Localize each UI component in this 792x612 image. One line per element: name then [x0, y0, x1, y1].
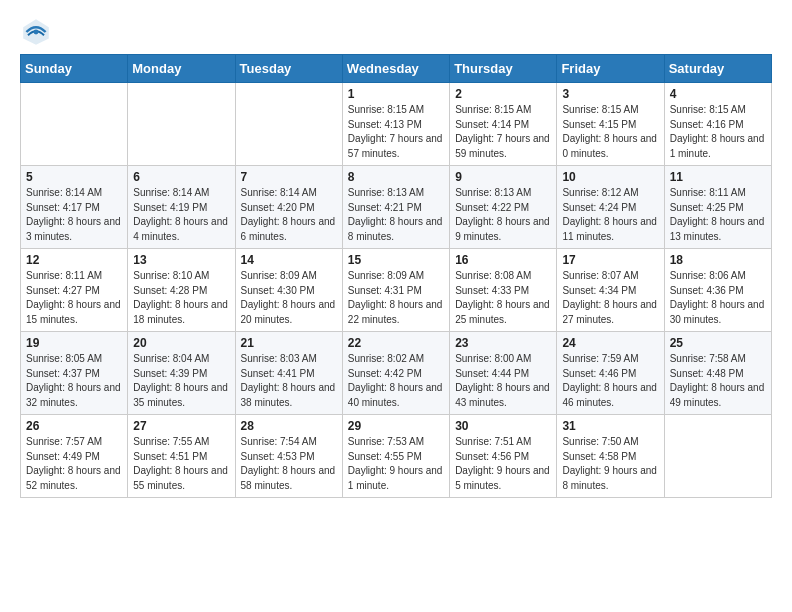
day-cell: 3Sunrise: 8:15 AM Sunset: 4:15 PM Daylig…	[557, 83, 664, 166]
day-info: Sunrise: 7:54 AM Sunset: 4:53 PM Dayligh…	[241, 435, 337, 493]
day-number: 30	[455, 419, 551, 433]
day-number: 9	[455, 170, 551, 184]
day-cell: 30Sunrise: 7:51 AM Sunset: 4:56 PM Dayli…	[450, 415, 557, 498]
logo-icon	[20, 16, 52, 48]
weekday-sunday: Sunday	[21, 55, 128, 83]
day-number: 8	[348, 170, 444, 184]
day-cell: 20Sunrise: 8:04 AM Sunset: 4:39 PM Dayli…	[128, 332, 235, 415]
week-row-1: 1Sunrise: 8:15 AM Sunset: 4:13 PM Daylig…	[21, 83, 772, 166]
weekday-thursday: Thursday	[450, 55, 557, 83]
day-cell: 16Sunrise: 8:08 AM Sunset: 4:33 PM Dayli…	[450, 249, 557, 332]
day-number: 5	[26, 170, 122, 184]
day-info: Sunrise: 8:12 AM Sunset: 4:24 PM Dayligh…	[562, 186, 658, 244]
day-info: Sunrise: 8:00 AM Sunset: 4:44 PM Dayligh…	[455, 352, 551, 410]
day-cell: 13Sunrise: 8:10 AM Sunset: 4:28 PM Dayli…	[128, 249, 235, 332]
day-number: 3	[562, 87, 658, 101]
day-cell: 17Sunrise: 8:07 AM Sunset: 4:34 PM Dayli…	[557, 249, 664, 332]
day-cell: 15Sunrise: 8:09 AM Sunset: 4:31 PM Dayli…	[342, 249, 449, 332]
day-info: Sunrise: 7:50 AM Sunset: 4:58 PM Dayligh…	[562, 435, 658, 493]
day-number: 12	[26, 253, 122, 267]
day-info: Sunrise: 8:15 AM Sunset: 4:13 PM Dayligh…	[348, 103, 444, 161]
day-number: 6	[133, 170, 229, 184]
day-info: Sunrise: 8:15 AM Sunset: 4:16 PM Dayligh…	[670, 103, 766, 161]
day-cell: 7Sunrise: 8:14 AM Sunset: 4:20 PM Daylig…	[235, 166, 342, 249]
day-number: 23	[455, 336, 551, 350]
day-cell	[21, 83, 128, 166]
header	[20, 16, 772, 48]
calendar-table: SundayMondayTuesdayWednesdayThursdayFrid…	[20, 54, 772, 498]
weekday-wednesday: Wednesday	[342, 55, 449, 83]
day-info: Sunrise: 8:02 AM Sunset: 4:42 PM Dayligh…	[348, 352, 444, 410]
day-info: Sunrise: 8:08 AM Sunset: 4:33 PM Dayligh…	[455, 269, 551, 327]
day-info: Sunrise: 8:14 AM Sunset: 4:19 PM Dayligh…	[133, 186, 229, 244]
weekday-friday: Friday	[557, 55, 664, 83]
day-info: Sunrise: 7:58 AM Sunset: 4:48 PM Dayligh…	[670, 352, 766, 410]
week-row-5: 26Sunrise: 7:57 AM Sunset: 4:49 PM Dayli…	[21, 415, 772, 498]
day-info: Sunrise: 7:57 AM Sunset: 4:49 PM Dayligh…	[26, 435, 122, 493]
week-row-2: 5Sunrise: 8:14 AM Sunset: 4:17 PM Daylig…	[21, 166, 772, 249]
day-info: Sunrise: 8:03 AM Sunset: 4:41 PM Dayligh…	[241, 352, 337, 410]
day-info: Sunrise: 8:05 AM Sunset: 4:37 PM Dayligh…	[26, 352, 122, 410]
day-number: 7	[241, 170, 337, 184]
day-info: Sunrise: 7:51 AM Sunset: 4:56 PM Dayligh…	[455, 435, 551, 493]
day-number: 4	[670, 87, 766, 101]
day-info: Sunrise: 8:15 AM Sunset: 4:14 PM Dayligh…	[455, 103, 551, 161]
day-info: Sunrise: 8:14 AM Sunset: 4:20 PM Dayligh…	[241, 186, 337, 244]
day-info: Sunrise: 7:53 AM Sunset: 4:55 PM Dayligh…	[348, 435, 444, 493]
day-cell: 11Sunrise: 8:11 AM Sunset: 4:25 PM Dayli…	[664, 166, 771, 249]
day-number: 24	[562, 336, 658, 350]
svg-point-1	[34, 30, 39, 35]
day-cell: 14Sunrise: 8:09 AM Sunset: 4:30 PM Dayli…	[235, 249, 342, 332]
day-number: 14	[241, 253, 337, 267]
day-cell: 18Sunrise: 8:06 AM Sunset: 4:36 PM Dayli…	[664, 249, 771, 332]
day-number: 10	[562, 170, 658, 184]
week-row-4: 19Sunrise: 8:05 AM Sunset: 4:37 PM Dayli…	[21, 332, 772, 415]
day-number: 18	[670, 253, 766, 267]
day-info: Sunrise: 8:09 AM Sunset: 4:31 PM Dayligh…	[348, 269, 444, 327]
day-info: Sunrise: 7:55 AM Sunset: 4:51 PM Dayligh…	[133, 435, 229, 493]
day-cell: 25Sunrise: 7:58 AM Sunset: 4:48 PM Dayli…	[664, 332, 771, 415]
day-info: Sunrise: 8:13 AM Sunset: 4:21 PM Dayligh…	[348, 186, 444, 244]
day-cell	[128, 83, 235, 166]
day-number: 29	[348, 419, 444, 433]
weekday-tuesday: Tuesday	[235, 55, 342, 83]
day-number: 19	[26, 336, 122, 350]
day-info: Sunrise: 8:06 AM Sunset: 4:36 PM Dayligh…	[670, 269, 766, 327]
day-number: 15	[348, 253, 444, 267]
day-number: 25	[670, 336, 766, 350]
day-cell: 5Sunrise: 8:14 AM Sunset: 4:17 PM Daylig…	[21, 166, 128, 249]
day-info: Sunrise: 8:11 AM Sunset: 4:25 PM Dayligh…	[670, 186, 766, 244]
day-cell: 28Sunrise: 7:54 AM Sunset: 4:53 PM Dayli…	[235, 415, 342, 498]
day-number: 22	[348, 336, 444, 350]
day-cell: 24Sunrise: 7:59 AM Sunset: 4:46 PM Dayli…	[557, 332, 664, 415]
day-number: 21	[241, 336, 337, 350]
day-number: 31	[562, 419, 658, 433]
day-number: 28	[241, 419, 337, 433]
day-cell: 1Sunrise: 8:15 AM Sunset: 4:13 PM Daylig…	[342, 83, 449, 166]
day-number: 1	[348, 87, 444, 101]
day-cell: 29Sunrise: 7:53 AM Sunset: 4:55 PM Dayli…	[342, 415, 449, 498]
day-number: 20	[133, 336, 229, 350]
day-cell: 19Sunrise: 8:05 AM Sunset: 4:37 PM Dayli…	[21, 332, 128, 415]
day-info: Sunrise: 7:59 AM Sunset: 4:46 PM Dayligh…	[562, 352, 658, 410]
day-info: Sunrise: 8:11 AM Sunset: 4:27 PM Dayligh…	[26, 269, 122, 327]
weekday-monday: Monday	[128, 55, 235, 83]
day-info: Sunrise: 8:15 AM Sunset: 4:15 PM Dayligh…	[562, 103, 658, 161]
day-number: 17	[562, 253, 658, 267]
day-info: Sunrise: 8:09 AM Sunset: 4:30 PM Dayligh…	[241, 269, 337, 327]
page: SundayMondayTuesdayWednesdayThursdayFrid…	[0, 0, 792, 518]
day-number: 2	[455, 87, 551, 101]
day-cell: 9Sunrise: 8:13 AM Sunset: 4:22 PM Daylig…	[450, 166, 557, 249]
logo-area	[20, 16, 56, 48]
day-number: 27	[133, 419, 229, 433]
day-cell: 26Sunrise: 7:57 AM Sunset: 4:49 PM Dayli…	[21, 415, 128, 498]
day-cell: 31Sunrise: 7:50 AM Sunset: 4:58 PM Dayli…	[557, 415, 664, 498]
weekday-saturday: Saturday	[664, 55, 771, 83]
day-info: Sunrise: 8:14 AM Sunset: 4:17 PM Dayligh…	[26, 186, 122, 244]
day-cell: 12Sunrise: 8:11 AM Sunset: 4:27 PM Dayli…	[21, 249, 128, 332]
day-info: Sunrise: 8:07 AM Sunset: 4:34 PM Dayligh…	[562, 269, 658, 327]
day-cell: 22Sunrise: 8:02 AM Sunset: 4:42 PM Dayli…	[342, 332, 449, 415]
day-info: Sunrise: 8:13 AM Sunset: 4:22 PM Dayligh…	[455, 186, 551, 244]
day-cell: 23Sunrise: 8:00 AM Sunset: 4:44 PM Dayli…	[450, 332, 557, 415]
day-number: 13	[133, 253, 229, 267]
